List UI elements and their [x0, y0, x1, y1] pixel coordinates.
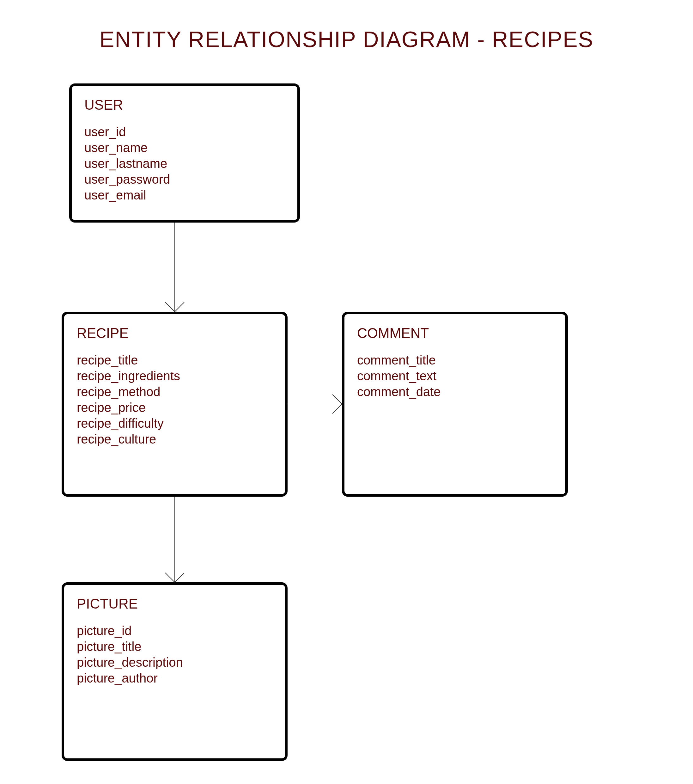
svg-line-5	[333, 395, 342, 404]
diagram-title: ENTITY RELATIONSHIP DIAGRAM - RECIPES	[0, 27, 693, 52]
entity-recipe-attr: recipe_method	[77, 384, 272, 400]
entity-recipe-name: RECIPE	[77, 325, 272, 341]
svg-line-9	[165, 573, 175, 582]
entity-comment: COMMENT comment_title comment_text comme…	[342, 312, 568, 497]
svg-line-1	[165, 302, 175, 312]
entity-user-attr: user_name	[84, 140, 285, 156]
entity-recipe: RECIPE recipe_title recipe_ingredients r…	[62, 312, 288, 497]
entity-user-name: USER	[84, 97, 285, 113]
entity-picture-attr: picture_author	[77, 670, 272, 686]
entity-user-attr: user_password	[84, 171, 285, 187]
entity-recipe-attr: recipe_ingredients	[77, 368, 272, 384]
entity-picture: PICTURE picture_id picture_title picture…	[62, 582, 288, 761]
entity-picture-attr: picture_description	[77, 654, 272, 670]
entity-recipe-attr: recipe_culture	[77, 431, 272, 447]
entity-comment-attr: comment_title	[357, 352, 553, 368]
entity-comment-attr: comment_date	[357, 384, 553, 400]
entity-user-attr: user_email	[84, 187, 285, 203]
entity-user-attr: user_id	[84, 124, 285, 140]
entity-recipe-attr: recipe_price	[77, 400, 272, 415]
svg-line-6	[333, 404, 342, 413]
entity-picture-attr: picture_title	[77, 639, 272, 654]
entity-recipe-attr: recipe_title	[77, 352, 272, 368]
entity-user-attr: user_lastname	[84, 156, 285, 171]
svg-line-2	[175, 302, 184, 312]
entity-picture-attr: picture_id	[77, 623, 272, 639]
entity-picture-name: PICTURE	[77, 596, 272, 612]
entity-user: USER user_id user_name user_lastname use…	[69, 84, 300, 222]
svg-line-10	[175, 573, 184, 582]
entity-comment-attr: comment_text	[357, 368, 553, 384]
entity-recipe-attr: recipe_difficulty	[77, 415, 272, 431]
entity-comment-name: COMMENT	[357, 325, 553, 341]
